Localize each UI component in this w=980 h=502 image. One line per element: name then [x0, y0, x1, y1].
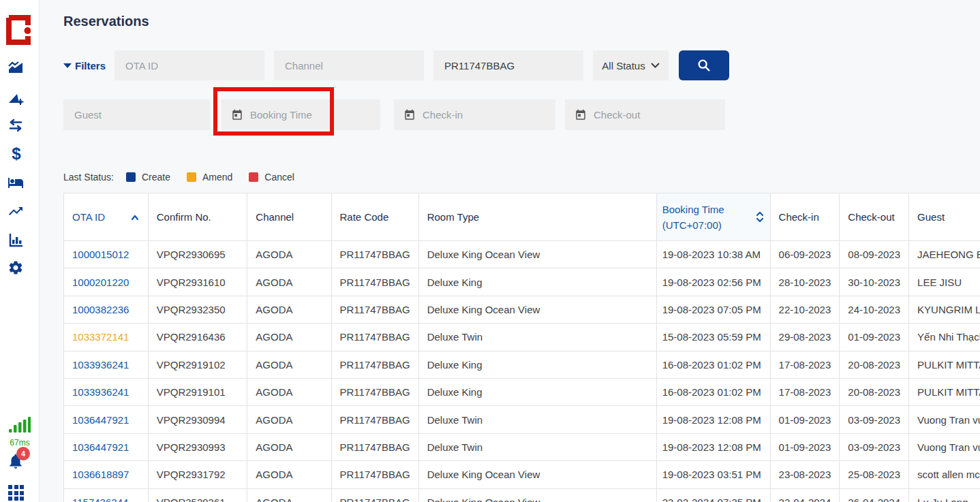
channel-manager-icon — [7, 90, 25, 106]
cell-room_type: Deluxe King Ocean View — [418, 461, 656, 488]
ota-id-link[interactable]: 1033936241 — [72, 359, 129, 371]
app-logo-icon[interactable] — [6, 15, 31, 48]
filters-toggle-label: Filters — [75, 60, 106, 72]
notifications-button[interactable]: 4 — [7, 452, 27, 473]
rate-code-input[interactable] — [433, 50, 583, 80]
notification-badge: 4 — [16, 447, 30, 460]
calendar-icon — [575, 109, 587, 121]
status-select[interactable]: All Status — [593, 50, 669, 80]
cell-confirm_no: VPQR2931610 — [148, 268, 247, 296]
ota-id-link[interactable]: 1000201220 — [72, 277, 129, 288]
cell-ota_id: 1036447921 — [64, 433, 149, 460]
cell-room_type: Deluxe Twin — [418, 324, 656, 351]
cell-booking_time: 19-08-2023 12:08 PM — [656, 406, 770, 433]
column-header-check_in[interactable]: Check-in — [770, 193, 840, 241]
apps-grid-icon[interactable] — [8, 485, 25, 501]
cell-rate_code: PR11747BBAG — [331, 324, 418, 351]
column-header-room_type[interactable]: Room Type — [418, 193, 656, 241]
channel-input[interactable] — [274, 50, 424, 80]
cell-room_type: Deluxe King Ocean View — [418, 241, 656, 268]
sidebar-item-settings[interactable] — [7, 260, 25, 277]
column-label: Channel — [256, 211, 294, 223]
column-header-confirm_no[interactable]: Confirm No. — [148, 193, 247, 241]
cell-rate_code: PR11747BBAG — [331, 433, 418, 460]
cell-room_type: Deluxe King — [418, 351, 656, 378]
sidebar-item-rooms[interactable] — [7, 174, 25, 192]
ota-id-link[interactable]: 1036447921 — [72, 441, 129, 453]
legend-item-cancel: Cancel — [249, 172, 294, 183]
column-header-booking_time[interactable]: Booking Time(UTC+07:00) — [656, 193, 770, 241]
search-button[interactable] — [679, 50, 729, 80]
cell-check_in: 01-09-2023 — [770, 406, 840, 433]
ota-id-link[interactable]: 1033936241 — [72, 386, 129, 398]
checkout-placeholder: Check-out — [594, 109, 640, 121]
cell-check_out: 26-04-2024 — [840, 488, 909, 502]
checkout-field[interactable]: Check-out — [565, 99, 725, 130]
cell-guest: JAEHEONG BA — [909, 241, 980, 268]
cell-check_in: 01-09-2023 — [770, 433, 840, 460]
cell-guest: Yến Nhi Thạch — [909, 324, 980, 351]
filters-toggle[interactable]: Filters — [63, 60, 106, 72]
column-label: Booking Time(UTC+07:00) — [662, 202, 724, 233]
column-header-guest[interactable]: Guest — [909, 193, 980, 241]
legend-item-amend: Amend — [187, 172, 232, 183]
column-label: Rate Code — [340, 211, 389, 223]
cell-channel: AGODA — [247, 378, 331, 405]
status-select-value: All Status — [602, 60, 645, 72]
checkin-field[interactable]: Check-in — [394, 99, 555, 130]
cell-guest: Lu Ju Long — [909, 488, 980, 502]
cell-channel: AGODA — [247, 351, 331, 378]
reservations-table-container: OTA IDConfirm No.ChannelRate CodeRoom Ty… — [63, 193, 980, 502]
ota-id-link[interactable]: 1036447921 — [72, 414, 129, 426]
column-header-check_out[interactable]: Check-out — [840, 193, 909, 241]
cell-check_in: 06-09-2023 — [770, 241, 840, 268]
search-icon — [696, 58, 711, 73]
cell-booking_time: 19-08-2023 10:38 AM — [656, 241, 770, 268]
ota-id-input[interactable] — [114, 50, 264, 80]
ota-id-link[interactable]: 1000015012 — [72, 249, 129, 260]
guest-input[interactable] — [63, 99, 210, 130]
cell-booking_time: 19-08-2023 07:05 PM — [656, 296, 770, 323]
cell-check_out: 08-09-2023 — [840, 241, 909, 268]
cell-rate_code: PR11747BBAG — [331, 461, 418, 488]
cell-confirm_no: VPQR2916436 — [148, 324, 247, 351]
ota-id-link[interactable]: 1033372141 — [72, 331, 129, 343]
cell-guest: Vuong Tran vu — [909, 433, 980, 460]
settings-icon — [7, 260, 25, 276]
ota-id-link[interactable]: 1157436244 — [72, 497, 128, 502]
chevron-down-icon — [651, 63, 660, 68]
cell-booking_time: 16-08-2023 01:02 PM — [656, 351, 770, 378]
cell-booking_time: 19-08-2023 02:56 PM — [656, 268, 770, 296]
cell-guest: LEE JISU — [909, 268, 980, 296]
column-header-rate_code[interactable]: Rate Code — [331, 193, 418, 241]
last-status-legend: Last Status: CreateAmendCancel — [63, 172, 311, 183]
ota-id-link[interactable]: 1036618897 — [72, 469, 129, 480]
sidebar-item-transfers[interactable] — [7, 117, 25, 135]
sidebar-item-trends[interactable] — [7, 203, 25, 221]
sidebar-item-reports[interactable] — [7, 232, 25, 249]
cell-rate_code: PR11747BBAG — [331, 351, 418, 378]
cell-guest: scott allen mc — [909, 461, 980, 488]
table-row: 1000015012VPQR2930695AGODAPR11747BBAGDel… — [64, 241, 980, 268]
chevron-down-icon — [63, 63, 72, 68]
checkin-placeholder: Check-in — [423, 109, 463, 121]
sidebar-item-analytics-chart[interactable] — [7, 60, 25, 78]
legend-item-label: Create — [142, 172, 170, 183]
sidebar-item-channel-manager[interactable] — [7, 90, 25, 108]
booking-time-field[interactable]: Booking Time — [221, 99, 380, 130]
cell-check_out: 03-09-2023 — [840, 406, 909, 433]
sidebar-item-payments[interactable]: $ — [7, 146, 25, 163]
legend-swatch-cancel — [249, 172, 258, 182]
transfers-icon — [7, 117, 25, 134]
cell-confirm_no: VPQR2930695 — [148, 241, 247, 268]
main-content: Reservations Filters All Status Booking … — [40, 0, 980, 502]
latency-indicator: 67ms — [5, 417, 35, 448]
cell-check_in: 17-08-2023 — [770, 378, 840, 405]
column-header-ota_id[interactable]: OTA ID — [64, 193, 149, 241]
cell-booking_time: 23-02-2024 07:35 PM — [656, 488, 770, 502]
ota-id-link[interactable]: 1000382236 — [72, 304, 129, 315]
column-header-channel[interactable]: Channel — [247, 193, 331, 241]
cell-check_in: 29-08-2023 — [770, 324, 840, 351]
cell-channel: AGODA — [247, 268, 331, 296]
cell-guest: Vuong Tran vu — [909, 406, 980, 433]
